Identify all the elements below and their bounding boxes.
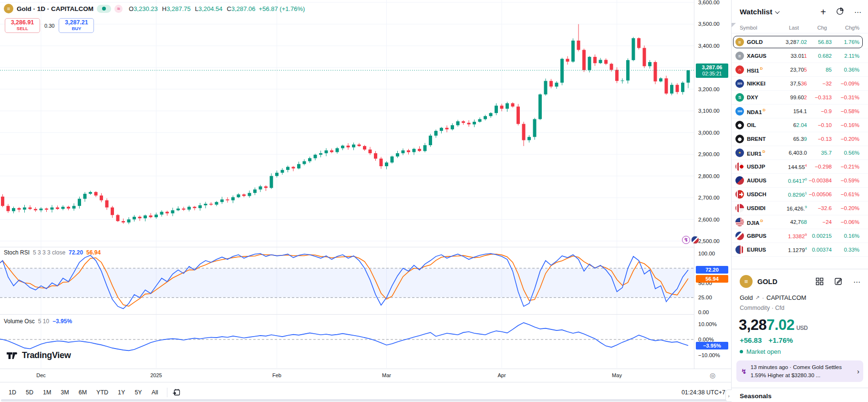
time-label-dec[interactable]: Dec	[33, 372, 49, 378]
flash-boost-icon[interactable]: ↯	[682, 236, 690, 244]
status-dot-icon	[740, 350, 743, 353]
detail-price: 3,287.02USD	[739, 317, 808, 334]
more-options-button[interactable]: ⋯	[853, 278, 860, 286]
watchlist-row-gbpus[interactable]: GBPUS1.338290.002150.16%	[732, 229, 868, 243]
change-percent: 0.16%	[832, 233, 859, 239]
range-5y[interactable]: 5Y	[131, 387, 145, 398]
tradingview-logo[interactable]: TradingView	[7, 350, 71, 360]
watchlist-row-eur1[interactable]: ★EUR1D6,403.035.70.56%	[732, 146, 868, 160]
time-label-apr[interactable]: Apr	[494, 372, 510, 378]
col-chg[interactable]: Chg	[817, 25, 827, 31]
minds-icon[interactable]: ≈	[114, 5, 123, 13]
watchlist-row-gold[interactable]: ≡GOLD3,287.0256.831.76%	[732, 35, 868, 49]
horizontal-scrollbar[interactable]	[1, 399, 730, 402]
range-all[interactable]: All	[148, 387, 162, 398]
watchlist-row-dxy[interactable]: SDXY99.602−0.313−0.31%	[732, 91, 868, 105]
watchlist-row-usdch[interactable]: USDCH0.82961−0.00506−0.61%	[732, 188, 868, 201]
volume-tick: −10.00%	[698, 352, 720, 359]
collapse-panel-handle[interactable]: ›	[725, 390, 732, 402]
stoch-rsi-legend[interactable]: Stoch RSI 5 3 3 3 close 72.20 56.94	[4, 249, 101, 256]
symbol-name: AUDUS	[747, 178, 772, 183]
chevron-right-icon: ›	[857, 367, 859, 375]
watchlist-title-menu[interactable]: Watchlist	[740, 8, 778, 16]
go-to-date-button[interactable]	[172, 388, 181, 397]
symbol-title[interactable]: Gold · 1D · CAPITALCOM	[17, 5, 93, 12]
range-3m[interactable]: 3M	[57, 387, 72, 398]
watchlist-row-djia[interactable]: DJIAD42,768−24−0.06%	[732, 215, 868, 229]
ohlc-values: O3,230.23H3,287.75L3,204.54C3,287.06	[129, 5, 256, 12]
watchlist-row-brent[interactable]: BRENT65.39−0.13−0.20%	[732, 132, 868, 146]
grid-layout-icon[interactable]	[816, 277, 824, 287]
sell-button[interactable]: 3,286.91 SELL	[5, 18, 40, 33]
symbol-name: USDJP	[747, 164, 772, 169]
range-6m[interactable]: 6M	[75, 387, 91, 398]
watchlist-row-xagus[interactable]: ≡XAGUS33.0110.6822.11%	[732, 49, 868, 63]
buy-button[interactable]: 3,287.21 BUY	[59, 18, 94, 33]
watchlist-column-headers: Symbol Last Chg Chg%	[732, 23, 868, 33]
change-value: 0.00215	[807, 233, 832, 239]
col-last[interactable]: Last	[789, 25, 799, 31]
seasonals-section-title[interactable]: Seasonals	[740, 392, 772, 400]
watchlist-row-hsi1[interactable]: ∩HSI1D23,705850.36%	[732, 63, 868, 77]
time-axis[interactable]: ◎ Dec2025FebMarAprMay	[0, 369, 731, 382]
price-tick: 2,500.00	[698, 238, 720, 244]
price-scale[interactable]: 3,600.003,500.003,400.003,300.003,200.00…	[694, 0, 731, 369]
stoch-tick: 100.00	[698, 250, 715, 257]
delayed-data-badge: D	[760, 219, 763, 223]
range-1y[interactable]: 1Y	[114, 387, 129, 398]
volume-osc-title[interactable]: Volume Osc	[4, 318, 35, 325]
add-symbol-button[interactable]: +	[820, 7, 826, 17]
range-1m[interactable]: 1M	[39, 387, 55, 398]
price-main: 3,28	[739, 317, 766, 333]
time-label-may[interactable]: May	[609, 372, 625, 378]
time-label-feb[interactable]: Feb	[269, 372, 285, 378]
sell-label: SELL	[17, 26, 28, 31]
external-link-icon[interactable]: ↗	[755, 295, 759, 301]
us-icon	[735, 218, 744, 226]
watchlist-row-usdidi[interactable]: USDIDI16,426.9−32.6−0.20%	[732, 201, 868, 215]
col-chg-pct[interactable]: Chg%	[845, 25, 859, 31]
watchlist-header: Watchlist + ⋯	[732, 5, 868, 19]
change-percent: 0.56%	[832, 150, 859, 156]
axis-settings-icon[interactable]: ◎	[710, 371, 715, 379]
watchlist-row-usdjp[interactable]: USDJP144.554−0.298−0.21%	[732, 160, 868, 174]
change-pct: +1.76%	[768, 336, 793, 344]
time-label-mar[interactable]: Mar	[379, 372, 395, 378]
range-1d[interactable]: 1D	[5, 387, 20, 398]
section-divider	[732, 388, 868, 388]
more-options-button[interactable]: ⋯	[854, 9, 861, 16]
candlestick-chart[interactable]	[0, 0, 694, 369]
symbol-name: USDCH	[747, 191, 772, 197]
stoch-rsi-title[interactable]: Stoch RSI	[4, 249, 30, 256]
col-symbol[interactable]: Symbol	[740, 25, 757, 31]
globe-flag-icon[interactable]	[691, 236, 699, 244]
watchlist-row-oil[interactable]: OIL62.04−0.10−0.16%	[732, 118, 868, 132]
last-price: 144.554	[772, 163, 807, 170]
market-status-icon[interactable]	[97, 5, 111, 13]
clock-timezone[interactable]: 01:24:38 UTC+7	[682, 389, 726, 396]
watchlist-row-audus[interactable]: AUDUS0.64170−0.00384−0.59%	[732, 174, 868, 188]
symbol-name: HSI1D	[747, 66, 772, 74]
change-value: 0.00374	[807, 247, 832, 253]
dot-separator: ·	[790, 364, 792, 370]
symbol-legend[interactable]: ≡ Gold · 1D · CAPITALCOM ≈ O3,230.23H3,2…	[4, 4, 305, 13]
last-price: 1.12794	[772, 246, 807, 253]
range-ytd[interactable]: YTD	[93, 387, 112, 398]
change-percent: −0.20%	[832, 136, 859, 142]
sector-pie-icon[interactable]	[836, 7, 844, 17]
volume-osc-legend[interactable]: Volume Osc 5 10 −3.95%	[4, 318, 72, 325]
news-item[interactable]: ↯ 13 minutes ago · Comex Gold Settles 1.…	[736, 360, 863, 382]
watchlist-row-nikkei[interactable]: 225NIKKEI37,536−32−0.09%	[732, 77, 868, 91]
last-price: 65.39	[772, 136, 807, 142]
watchlist-rows: ≡GOLD3,287.0256.831.76%≡XAGUS33.0110.682…	[732, 35, 868, 257]
watchlist-row-eurus[interactable]: EURUS1.127940.003740.33%	[732, 243, 868, 257]
time-label-2025[interactable]: 2025	[148, 372, 165, 378]
tradingview-mark-icon	[7, 351, 19, 360]
watchlist-row-nda1[interactable]: 100NDA1D154.1−0.9−0.58%	[732, 105, 868, 118]
detail-category: Commodity · Cfd	[740, 305, 785, 311]
edit-note-icon[interactable]	[834, 277, 843, 287]
range-5d[interactable]: 5D	[22, 387, 37, 398]
detail-name[interactable]: Gold	[740, 294, 753, 301]
change-value: 35.7	[807, 150, 832, 156]
volume-tick: 10.00%	[698, 321, 717, 328]
